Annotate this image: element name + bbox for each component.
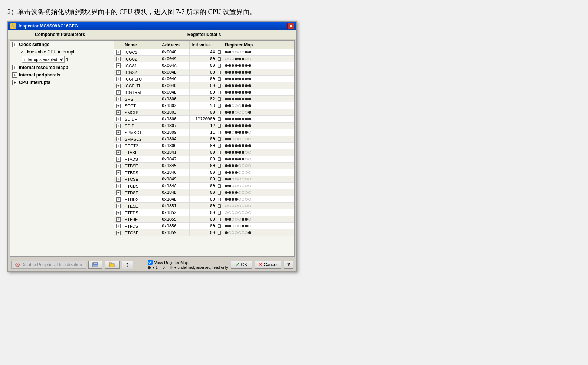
- table-row[interactable]: +SDIDL0x180712 H: [114, 123, 294, 129]
- expand-cell[interactable]: +: [114, 203, 123, 209]
- row-expand-icon[interactable]: +: [116, 130, 121, 135]
- expand-cell[interactable]: +: [114, 129, 123, 136]
- row-expand-icon[interactable]: +: [116, 63, 121, 68]
- row-expand-icon[interactable]: +: [116, 57, 121, 61]
- expand-cell[interactable]: +: [114, 176, 123, 183]
- table-row[interactable]: +PTBSE0x184500 H: [114, 163, 294, 169]
- table-row[interactable]: +ICGC20x004900 H: [114, 56, 294, 62]
- help-small-button[interactable]: ?: [122, 261, 133, 269]
- row-expand-icon[interactable]: +: [116, 211, 121, 215]
- row-expand-icon[interactable]: +: [116, 70, 121, 75]
- register-table-wrap[interactable]: ... Name Address Init.value Register Map…: [114, 41, 294, 236]
- table-row[interactable]: +PTFSE0x185500 H: [114, 216, 294, 223]
- table-row[interactable]: +ICGS20x004B00 H: [114, 69, 294, 76]
- row-expand-icon[interactable]: +: [116, 184, 121, 188]
- row-expand-icon[interactable]: +: [116, 50, 121, 55]
- row-expand-icon[interactable]: +: [116, 164, 121, 168]
- row-expand-icon[interactable]: +: [116, 104, 121, 108]
- expand-cell[interactable]: +: [114, 76, 123, 82]
- table-row[interactable]: +PTGSE0x185900 H: [114, 229, 294, 236]
- row-expand-icon[interactable]: +: [116, 144, 121, 148]
- row-expand-icon[interactable]: +: [116, 157, 121, 162]
- table-row[interactable]: +SPMSC10x18091C H: [114, 129, 294, 136]
- expand-cell[interactable]: +: [114, 89, 123, 96]
- row-expand-icon[interactable]: +: [116, 84, 121, 88]
- view-register-map-checkbox[interactable]: [148, 260, 153, 265]
- tree-item-cpu-interrupts[interactable]: + CPU interrupts: [10, 79, 114, 86]
- row-expand-icon[interactable]: +: [116, 124, 121, 128]
- row-expand-icon[interactable]: +: [116, 110, 121, 115]
- table-row[interactable]: +ICGC10x004844 H: [114, 49, 294, 56]
- expand-cell[interactable]: +: [114, 49, 123, 56]
- row-expand-icon[interactable]: +: [116, 90, 121, 95]
- row-expand-icon[interactable]: +: [116, 170, 121, 175]
- ok-button[interactable]: ✓ OK: [231, 261, 252, 269]
- table-row[interactable]: +PTEDS0x185200 H: [114, 209, 294, 216]
- table-row[interactable]: +PTCSE0x184900 H: [114, 176, 294, 183]
- row-expand-icon[interactable]: +: [116, 77, 121, 81]
- help-button[interactable]: ?: [284, 261, 293, 269]
- expand-icon-cpu-interrupts[interactable]: +: [12, 80, 17, 85]
- row-expand-icon[interactable]: +: [116, 217, 121, 222]
- expand-cell[interactable]: +: [114, 189, 123, 196]
- table-row[interactable]: +PTESE0x185100 H: [114, 203, 294, 209]
- expand-cell[interactable]: +: [114, 223, 123, 229]
- table-row[interactable]: +PTDDS0x184E00 H: [114, 196, 294, 203]
- table-row[interactable]: +SDIDH0x1806????0000 H: [114, 116, 294, 123]
- expand-cell[interactable]: +: [114, 69, 123, 76]
- table-row[interactable]: +PTDSE0x184D00 H: [114, 189, 294, 196]
- cancel-button[interactable]: ✕ Cancel: [255, 261, 281, 269]
- row-expand-icon[interactable]: +: [116, 137, 121, 141]
- tree-item-maskable[interactable]: ✓ Maskable CPU interrupts interrupts ena…: [10, 48, 114, 64]
- expand-cell[interactable]: +: [114, 156, 123, 163]
- table-row[interactable]: +PTASE0x184100 H: [114, 149, 294, 156]
- expand-icon-internal-peripherals[interactable]: +: [12, 72, 17, 78]
- save-button[interactable]: [88, 261, 102, 269]
- expand-icon-internal-resource[interactable]: +: [12, 65, 17, 70]
- row-expand-icon[interactable]: +: [116, 204, 121, 208]
- row-expand-icon[interactable]: +: [116, 117, 121, 121]
- table-row[interactable]: +ICGTRM0x004E80 H: [114, 89, 294, 96]
- row-expand-icon[interactable]: +: [116, 177, 121, 182]
- row-expand-icon[interactable]: +: [116, 197, 121, 202]
- expand-cell[interactable]: +: [114, 209, 123, 216]
- table-row[interactable]: +ICGS10x004A00 H: [114, 62, 294, 69]
- expand-cell[interactable]: +: [114, 183, 123, 189]
- table-row[interactable]: +SPMSC20x180A00 H: [114, 136, 294, 143]
- expand-cell[interactable]: +: [114, 102, 123, 109]
- expand-cell[interactable]: +: [114, 116, 123, 123]
- expand-cell[interactable]: +: [114, 56, 123, 62]
- expand-icon-clock[interactable]: +: [12, 42, 17, 47]
- expand-cell[interactable]: +: [114, 82, 123, 89]
- close-button[interactable]: ✕: [287, 23, 294, 29]
- row-expand-icon[interactable]: +: [116, 231, 121, 235]
- expand-cell[interactable]: +: [114, 62, 123, 69]
- row-expand-icon[interactable]: +: [116, 97, 121, 101]
- table-row[interactable]: +SMCLK0x180300 H: [114, 109, 294, 116]
- table-row[interactable]: +SRS0x180082 H: [114, 96, 294, 102]
- row-expand-icon[interactable]: +: [116, 190, 121, 195]
- expand-cell[interactable]: +: [114, 196, 123, 203]
- expand-cell[interactable]: +: [114, 143, 123, 149]
- tree-item-internal-resource[interactable]: + Internal resource mapp: [10, 64, 114, 71]
- table-row[interactable]: +PTBDS0x184600 H: [114, 169, 294, 176]
- expand-cell[interactable]: +: [114, 136, 123, 143]
- expand-cell[interactable]: +: [114, 109, 123, 116]
- tree-item-clock[interactable]: + Clock settings: [10, 41, 114, 48]
- table-row[interactable]: +SOPT20x180C80 H: [114, 143, 294, 149]
- table-row[interactable]: +SOPT0x180253 H: [114, 102, 294, 109]
- row-expand-icon[interactable]: +: [116, 150, 121, 155]
- maskable-dropdown[interactable]: interrupts enabled: [22, 56, 65, 63]
- expand-cell[interactable]: +: [114, 229, 123, 236]
- table-row[interactable]: +PTFDS0x185600 H: [114, 223, 294, 229]
- expand-cell[interactable]: +: [114, 216, 123, 223]
- table-row[interactable]: +PTCDS0x184A00 H: [114, 183, 294, 189]
- view-register-map-label[interactable]: View Register Map: [148, 260, 228, 265]
- expand-cell[interactable]: +: [114, 123, 123, 129]
- expand-cell[interactable]: +: [114, 96, 123, 102]
- expand-cell[interactable]: +: [114, 169, 123, 176]
- expand-cell[interactable]: +: [114, 149, 123, 156]
- tree-item-internal-peripherals[interactable]: + Internal peripherals: [10, 71, 114, 79]
- open-button[interactable]: [105, 261, 120, 269]
- table-row[interactable]: +ICGFLTU0x004C00 H: [114, 76, 294, 82]
